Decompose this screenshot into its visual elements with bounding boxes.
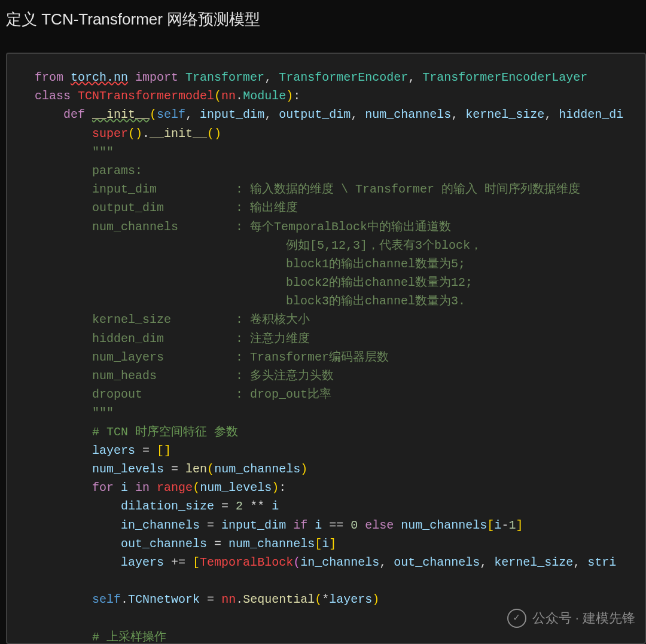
doc-example-3: block2的输出channel数量为12; — [92, 276, 473, 289]
num-0: 0 — [351, 518, 358, 532]
id-input-dim2: input_dim — [221, 518, 286, 532]
kw-def: def — [63, 108, 85, 121]
id-num-channels: num_channels — [365, 108, 451, 121]
id-hidden-dim: hidden_di — [559, 108, 623, 121]
id-nc2: num_channels — [401, 518, 487, 532]
cls-sequential: Sequential — [243, 593, 315, 606]
num-1: 1 — [508, 518, 516, 532]
fn-init: __init__ — [92, 108, 150, 121]
docstring-close: """ — [92, 406, 114, 420]
id-tcnnetwork: TCNnetwork — [128, 593, 200, 606]
watermark: ✓ 公众号 · 建模先锋 — [507, 608, 635, 628]
page: 定义 TCN-Transformer 网络预测模型 from torch.nn … — [0, 0, 646, 644]
id-layers: layers — [92, 444, 135, 457]
id-dilation-size: dilation_size — [121, 499, 214, 513]
id-out-channels: out_channels — [121, 537, 207, 551]
code-block[interactable]: from torch.nn import Transformer, Transf… — [35, 68, 645, 644]
docstring-open: """ — [92, 145, 114, 159]
id-i2: i — [272, 499, 279, 513]
doc-num-layers: num_layers : Transformer编码器层数 — [92, 350, 389, 364]
class-name: TCNTransformermodel — [78, 89, 214, 103]
comment-upsample: # 上采样操作 — [92, 630, 166, 644]
doc-num-heads: num_heads : 多头注意力头数 — [92, 369, 334, 383]
fn-len: len — [185, 462, 207, 476]
id-self2: self — [92, 593, 121, 606]
id-self: self — [157, 108, 185, 121]
id-oc2: out_channels — [394, 556, 480, 569]
id-input-dim: input_dim — [200, 108, 264, 121]
id-transformer-encoder: TransformerEncoder — [279, 71, 408, 84]
id-nl: num_levels — [200, 481, 272, 495]
id-i4: i — [494, 518, 501, 532]
watermark-label: 公众号 · 建模先锋 — [532, 608, 635, 628]
id-nn2: nn — [221, 593, 236, 606]
kw-for: for — [92, 481, 114, 495]
id-nn: nn — [221, 89, 236, 103]
id-num-levels: num_levels — [92, 462, 164, 476]
doc-num-channels: num_channels : 每个TemporalBlock中的输出通道数 — [92, 220, 451, 234]
id-in-channels: in_channels — [121, 518, 200, 532]
module-torch-nn: torch.nn — [71, 71, 128, 84]
id-i5: i — [322, 537, 329, 551]
id-ks2: kernel_size — [494, 556, 573, 569]
doc-dropout: dropout : drop_out比率 — [92, 387, 331, 401]
kw-from: from — [35, 71, 63, 84]
doc-hidden-dim: hidden_dim : 注意力维度 — [92, 332, 310, 346]
id-output-dim: output_dim — [279, 108, 351, 121]
doc-example-2: block1的输出channel数量为5; — [92, 257, 465, 271]
id-layers3: layers — [329, 593, 372, 606]
doc-output-dim: output_dim : 输出维度 — [92, 201, 298, 215]
id-transformer: Transformer — [185, 71, 264, 84]
num-2: 2 — [236, 499, 243, 513]
id-nc: num_channels — [214, 462, 300, 476]
id-ic2: in_channels — [300, 556, 379, 569]
fn-super: super — [92, 127, 128, 141]
id-transformer-encoder-layer: TransformerEncoderLayer — [422, 71, 587, 84]
kw-if: if — [293, 518, 307, 532]
id-kernel-size: kernel_size — [465, 108, 544, 121]
fn-init-call: __init__ — [150, 127, 207, 141]
id-i: i — [121, 481, 128, 495]
kw-class: class — [35, 89, 71, 103]
comment-tcn: # TCN 时序空间特征 参数 — [92, 425, 238, 439]
id-stride: stri — [587, 556, 616, 569]
fn-range: range — [157, 481, 193, 495]
id-module: Module — [243, 89, 286, 103]
cls-temporal-block: TemporalBlock — [200, 556, 293, 569]
doc-params: params: — [92, 164, 142, 178]
doc-example-1: 例如[5,12,3]，代表有3个block， — [92, 239, 482, 252]
doc-input-dim: input_dim : 输入数据的维度 \ Transformer 的输入 时间… — [92, 182, 580, 196]
id-i3: i — [315, 518, 322, 532]
kw-in: in — [135, 481, 150, 495]
code-editor[interactable]: from torch.nn import Transformer, Transf… — [6, 53, 646, 644]
id-layers2: layers — [121, 556, 164, 569]
doc-example-4: block3的输出channel数量为3. — [92, 294, 465, 308]
kw-import: import — [135, 71, 178, 84]
doc-kernel-size: kernel_size : 卷积核大小 — [92, 313, 310, 326]
page-title: 定义 TCN-Transformer 网络预测模型 — [6, 7, 260, 32]
id-nc3: num_channels — [228, 537, 315, 551]
kw-else: else — [365, 518, 394, 532]
wechat-icon: ✓ — [507, 609, 526, 628]
